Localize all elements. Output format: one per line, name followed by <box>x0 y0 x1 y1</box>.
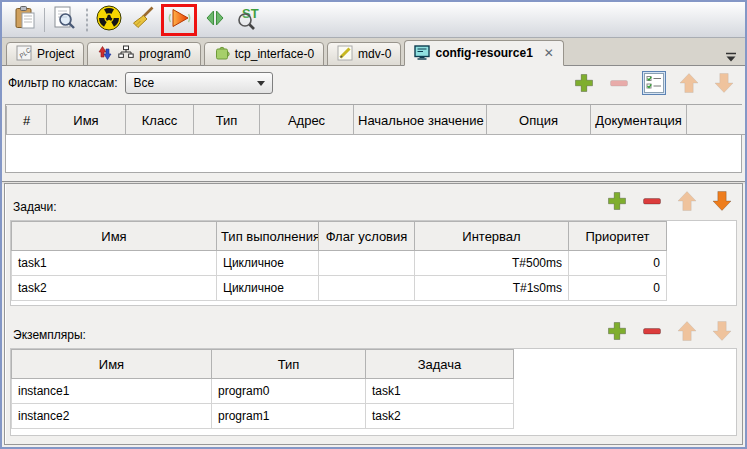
column-header: Имя <box>47 106 126 135</box>
arrow-down-icon <box>711 190 733 212</box>
add-variable-button[interactable] <box>572 71 596 95</box>
column-header: Имя <box>12 350 212 379</box>
delete-variable-button[interactable] <box>607 71 631 95</box>
column-header: Тип <box>212 350 366 379</box>
tab-label: tcp_interface-0 <box>235 47 314 61</box>
tab-project[interactable]: PLC Project <box>6 42 84 66</box>
tab-config-resource1[interactable]: config-resource1 ✕ <box>404 40 563 66</box>
tasks-section-header: Задачи: <box>5 184 742 218</box>
table-cell[interactable]: T#500ms <box>415 251 569 276</box>
edit-columns-button[interactable] <box>642 71 666 95</box>
clean-button[interactable] <box>126 5 160 35</box>
minus-icon <box>608 72 630 94</box>
run-button[interactable] <box>165 8 193 32</box>
table-cell[interactable]: 0 <box>569 276 667 301</box>
fit-button[interactable] <box>198 5 232 35</box>
table-cell[interactable]: Цикличное <box>217 276 319 301</box>
main-toolbar: ST <box>2 2 745 38</box>
clean-broom-icon <box>130 5 156 34</box>
table-cell[interactable]: 0 <box>569 251 667 276</box>
tasks-instances-panel: Задачи: ИмяТип выполненияФлаг <box>4 183 743 445</box>
column-header: Тип <box>194 106 260 135</box>
tab-list-dropdown-icon[interactable] <box>725 48 737 66</box>
table-cell[interactable] <box>319 276 415 301</box>
move-instance-up-button[interactable] <box>675 319 699 343</box>
build-button[interactable] <box>92 5 126 35</box>
tab-mdv-0[interactable]: mdv-0 <box>327 42 401 66</box>
variables-grid-header: #ИмяКлассТипАдресНачальное значениеОпция… <box>6 105 741 135</box>
st-view-button[interactable]: ST <box>232 5 266 35</box>
resource-monitor-icon <box>414 44 430 63</box>
program-tree-icon <box>118 45 134 64</box>
arrow-down-icon <box>713 72 735 94</box>
column-header: # <box>7 106 47 135</box>
delete-instance-button[interactable] <box>640 319 664 343</box>
checklist-icon <box>643 72 665 94</box>
combobox-value: Все <box>133 76 154 90</box>
tab-tcp-interface-0[interactable]: tcp_interface-0 <box>204 42 324 66</box>
table-cell[interactable]: task1 <box>366 379 514 404</box>
variables-grid: #ИмяКлассТипАдресНачальное значениеОпция… <box>5 104 742 173</box>
instances-toolbar <box>605 319 734 343</box>
tab-label: program0 <box>139 47 190 61</box>
column-header: Тип выполнения <box>217 222 319 251</box>
spacer <box>2 173 745 181</box>
column-header: Интервал <box>415 222 569 251</box>
column-header: Задача <box>366 350 514 379</box>
add-task-button[interactable] <box>605 189 629 213</box>
arrow-up-icon <box>678 72 700 94</box>
class-filter-combobox[interactable]: Все <box>125 72 273 94</box>
run-button-highlight <box>161 4 197 36</box>
tab-program0[interactable]: program0 <box>87 42 200 66</box>
table-cell[interactable]: task2 <box>366 404 514 429</box>
toolbar-separator <box>44 8 45 32</box>
delete-task-button[interactable] <box>640 189 664 213</box>
config-resource-editor: Фильтр по классам: Все <box>2 66 745 447</box>
toolbar-drag-grip[interactable] <box>83 8 90 32</box>
preview-button[interactable] <box>47 5 81 35</box>
table-cell[interactable]: task2 <box>12 276 217 301</box>
table-cell[interactable]: T#1s0ms <box>415 276 569 301</box>
tasks-table: ИмяТип выполненияФлаг условияИнтервалПри… <box>10 220 737 306</box>
document-tabbar: PLC Project <box>2 38 745 66</box>
tab-close-icon[interactable]: ✕ <box>544 46 554 60</box>
paste-button[interactable] <box>8 5 42 35</box>
transfer-icon <box>97 45 113 64</box>
tab-label: mdv-0 <box>358 47 391 61</box>
move-up-button[interactable] <box>677 71 701 95</box>
table-cell[interactable]: Цикличное <box>217 251 319 276</box>
table-cell[interactable]: program0 <box>212 379 366 404</box>
instances-section-title: Экземпляры: <box>13 328 86 342</box>
add-instance-button[interactable] <box>605 319 629 343</box>
move-instance-down-button[interactable] <box>710 319 734 343</box>
move-task-down-button[interactable] <box>710 189 734 213</box>
move-down-button[interactable] <box>712 71 736 95</box>
column-header: Имя <box>12 222 217 251</box>
table-cell[interactable]: instance1 <box>12 379 212 404</box>
table-cell[interactable]: instance2 <box>12 404 212 429</box>
arrow-up-icon <box>676 190 698 212</box>
arrow-up-icon <box>676 320 698 342</box>
table-row: task1ЦикличноеT#500ms0 <box>12 251 667 276</box>
column-header: Начальное значение <box>354 106 487 135</box>
table-row: instance1program0task1 <box>12 379 514 404</box>
tasks-section-title: Задачи: <box>13 200 57 214</box>
run-play-icon <box>167 6 191 33</box>
fit-arrows-icon <box>202 5 228 34</box>
minus-icon <box>641 320 663 342</box>
instances-section-header: Экземпляры: <box>5 316 742 346</box>
clipboard-paste-icon <box>12 5 38 34</box>
table-cell[interactable] <box>319 251 415 276</box>
plc-stamp-icon: PLC <box>16 45 32 64</box>
st-view-icon: ST <box>235 5 263 34</box>
table-cell[interactable]: program1 <box>212 404 366 429</box>
column-header: Флаг условия <box>319 222 415 251</box>
chevron-down-icon <box>257 81 265 86</box>
move-task-up-button[interactable] <box>675 189 699 213</box>
modifier-pencil-icon <box>337 45 353 64</box>
header-filler <box>687 106 747 135</box>
instances-table: ИмяТипЗадачаinstance1program0task1instan… <box>10 348 737 436</box>
variables-toolbar <box>572 71 736 95</box>
table-cell[interactable]: task1 <box>12 251 217 276</box>
variables-grid-body[interactable] <box>6 135 741 172</box>
